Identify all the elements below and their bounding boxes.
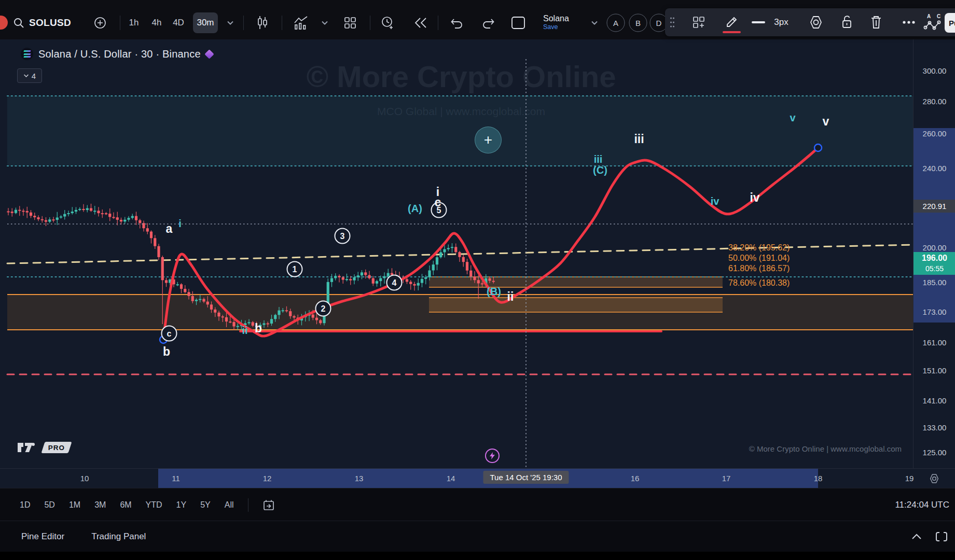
pattern-xabcd-icon[interactable]: A C <box>923 13 944 31</box>
time-tick: 12 <box>263 469 272 488</box>
timeframe-4h[interactable]: 4h <box>152 18 162 28</box>
price-axis[interactable]: 300.00280.00260.00240.00200.00185.00173.… <box>913 39 955 468</box>
time-tick: 16 <box>631 469 640 488</box>
recording-indicator <box>0 16 8 30</box>
indicators-collapse-button[interactable]: 4 <box>17 68 42 83</box>
layout-save-group[interactable]: Solana Save <box>543 14 569 31</box>
svg-text:C: C <box>937 13 940 19</box>
window-bottom-edge <box>0 552 955 560</box>
clock-utc[interactable]: 11:24:04 UTC <box>895 488 949 521</box>
time-tick: 14 <box>447 469 455 488</box>
divider <box>438 16 438 30</box>
last-price: 196.00 <box>914 252 955 264</box>
layout-grid-icon[interactable] <box>343 16 357 30</box>
active-tool-underline <box>723 31 741 33</box>
symbol-legend[interactable]: Solana / U.S. Dollar · 30 · Binance <box>21 48 213 60</box>
drag-handle-icon[interactable] <box>670 17 675 28</box>
chart-title: Solana / U.S. Dollar · 30 · Binance <box>38 48 201 60</box>
delete-trash-icon[interactable] <box>869 15 883 30</box>
unlock-icon[interactable] <box>840 15 854 30</box>
indicators-icon[interactable] <box>294 16 308 30</box>
layout-name: Solana <box>543 14 569 23</box>
time-tick: 18 <box>814 469 823 488</box>
symbol-search-button[interactable]: SOLUSD <box>13 17 71 29</box>
time-tick: 10 <box>80 469 89 488</box>
tradingview-pro-logo[interactable]: PRO <box>17 441 70 454</box>
range-button-1d[interactable]: 1D <box>20 500 30 510</box>
search-icon <box>13 17 24 29</box>
settings-hexagon-icon[interactable] <box>808 15 824 30</box>
range-button-6m[interactable]: 6M <box>120 500 131 510</box>
pro-badge: PRO <box>41 442 72 453</box>
range-button-ytd[interactable]: YTD <box>146 500 162 510</box>
drawing-cursor-icon: + <box>475 127 502 153</box>
timeframe-menu-chevron-icon[interactable] <box>227 21 234 25</box>
divider <box>282 16 282 30</box>
svg-text:A: A <box>927 13 931 19</box>
range-button-all[interactable]: All <box>225 500 234 510</box>
time-tick: 13 <box>355 469 364 488</box>
price-tick: 125.00 <box>914 448 955 457</box>
bar-countdown: 05:55 <box>914 264 955 273</box>
chart-area[interactable]: © More Crypto Online MCO Global | www.mc… <box>0 39 955 468</box>
crosshair-price-label: 220.91 <box>914 200 955 213</box>
price-tick: 200.00 <box>914 243 955 252</box>
snapshot-frame-icon[interactable] <box>510 16 526 30</box>
fullscreen-icon[interactable] <box>935 531 948 542</box>
add-to-layout-icon[interactable] <box>692 16 705 29</box>
timeframe-30m-active[interactable]: 30m <box>193 12 218 33</box>
layout-menu-chevron-icon[interactable] <box>591 21 598 25</box>
range-button-1m[interactable]: 1M <box>69 500 80 510</box>
tradingview-app: SOLUSD 1h 4h 4D 30m <box>0 0 955 560</box>
bottom-tabs: Pine EditorTrading Panel <box>21 521 146 552</box>
bar-replay-icon[interactable] <box>414 17 427 29</box>
time-tick: 17 <box>722 469 731 488</box>
more-options-icon[interactable] <box>902 20 916 24</box>
price-tick: 141.00 <box>914 396 955 405</box>
panel-expand-chevron-icon[interactable] <box>911 534 922 540</box>
indicators-chevron-icon[interactable] <box>321 21 328 25</box>
price-tick: 240.00 <box>914 164 955 173</box>
symbol-name: SOLUSD <box>29 17 71 29</box>
range-buttons: 1D5D1M3M6MYTD1Y5YAll <box>20 488 275 521</box>
price-tick: 151.00 <box>914 366 955 375</box>
source-logo-icon <box>204 49 214 59</box>
line-width-bar-icon[interactable] <box>752 21 765 24</box>
line-width-value[interactable]: 3px <box>774 17 788 27</box>
publish-button[interactable]: Pu <box>945 13 955 33</box>
redo-icon[interactable] <box>481 17 495 29</box>
divider <box>248 498 248 512</box>
draw-tool-pencil-icon[interactable] <box>724 15 739 30</box>
range-button-5d[interactable]: 5D <box>44 500 54 510</box>
chart-style-candles-icon[interactable] <box>256 16 269 30</box>
axis-settings-corner[interactable] <box>914 469 955 488</box>
range-button-1y[interactable]: 1Y <box>176 500 187 510</box>
price-axis-highlight <box>914 128 955 323</box>
solana-logo-icon <box>21 48 33 60</box>
layout-tab-a[interactable]: A <box>607 14 625 32</box>
divider <box>370 16 370 30</box>
layout-tab-b[interactable]: B <box>629 14 647 32</box>
divider <box>120 16 120 30</box>
tab-pine-editor[interactable]: Pine Editor <box>21 531 64 542</box>
price-tick: 161.00 <box>914 338 955 347</box>
timeframe-4d[interactable]: 4D <box>173 18 184 28</box>
range-button-5y[interactable]: 5Y <box>200 500 211 510</box>
tab-trading-panel[interactable]: Trading Panel <box>91 531 146 542</box>
price-tick: 300.00 <box>914 66 955 75</box>
watermark-corner: © More Crypto Online | www.mcoglobal.com <box>749 444 902 453</box>
price-tick: 185.00 <box>914 278 955 287</box>
compare-add-button[interactable] <box>93 16 107 30</box>
range-button-3m[interactable]: 3M <box>94 500 106 510</box>
crosshair-time-badge: Tue 14 Oct '25 19:30 <box>483 471 569 484</box>
price-tick: 133.00 <box>914 423 955 432</box>
lightning-marker-icon <box>485 449 500 463</box>
save-button[interactable]: Save <box>543 23 569 31</box>
price-tick: 260.00 <box>914 129 955 138</box>
alert-add-icon[interactable] <box>380 15 395 31</box>
bottom-tabs-bar: Pine EditorTrading Panel <box>0 521 955 552</box>
undo-icon[interactable] <box>450 17 464 29</box>
time-axis[interactable]: 101112131416171819 Tue 14 Oct '25 19:30 <box>0 468 955 488</box>
timeframe-1h[interactable]: 1h <box>129 18 139 28</box>
goto-date-icon[interactable] <box>262 499 275 511</box>
